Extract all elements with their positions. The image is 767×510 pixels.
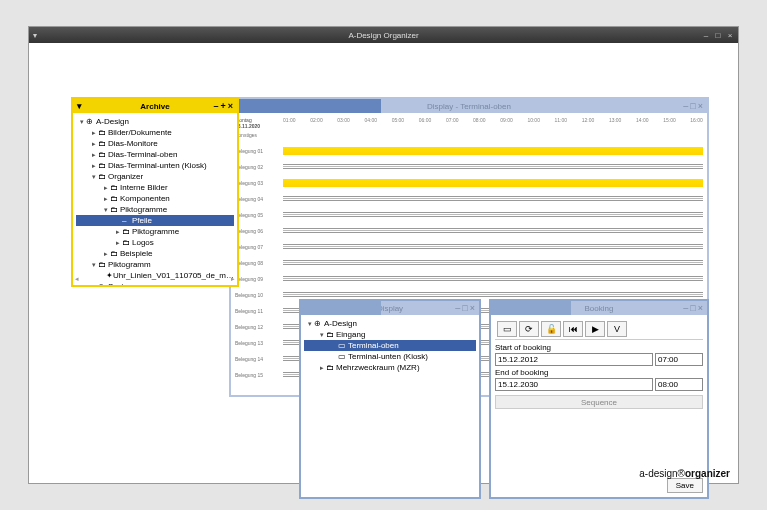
tree-row[interactable]: ▸🗀Komponenten bbox=[76, 193, 234, 204]
toolbar-button-5[interactable]: V bbox=[607, 321, 627, 337]
tree-row[interactable]: ▸🗀Dias-Terminal-oben bbox=[76, 149, 234, 160]
tree-row[interactable]: ▭Terminal-unten (Kiosk) bbox=[304, 351, 476, 362]
tree-row[interactable]: –Pfeile bbox=[76, 215, 234, 226]
display-terminal-tab[interactable] bbox=[231, 99, 381, 113]
panel-maximize-icon[interactable]: □ bbox=[462, 304, 467, 313]
window-close-icon[interactable]: × bbox=[726, 31, 734, 40]
toolbar-button-0[interactable]: ▭ bbox=[497, 321, 517, 337]
booking-form: Start of booking End of booking S bbox=[495, 343, 703, 409]
start-time-input[interactable] bbox=[655, 353, 703, 366]
toolbar-button-4[interactable]: ▶ bbox=[585, 321, 605, 337]
panel-minimize-icon[interactable]: – bbox=[455, 304, 460, 313]
booking-toolbar: ▭⟳🔓⏮▶V bbox=[495, 319, 703, 340]
panel-minimize-icon[interactable]: – bbox=[683, 102, 688, 111]
window-title: A-Design Organizer bbox=[348, 31, 418, 40]
tree-row[interactable]: ▸🗀Bilder/Dokumente bbox=[76, 127, 234, 138]
app-window: ▾ A-Design Organizer – □ × Display - Ter… bbox=[28, 26, 739, 484]
end-date-input[interactable] bbox=[495, 378, 653, 391]
terminal-row[interactable]: Belegung 06 bbox=[235, 225, 703, 237]
terminal-row[interactable]: Belegung 02 bbox=[235, 161, 703, 173]
panel-maximize-icon[interactable]: □ bbox=[690, 304, 695, 313]
tree-row[interactable]: ▾🗀Piktogramm bbox=[76, 259, 234, 270]
scrollbar[interactable]: ◂▸ bbox=[73, 275, 237, 285]
terminal-row[interactable]: Sonstiges bbox=[235, 129, 703, 141]
window-maximize-icon[interactable]: □ bbox=[714, 31, 722, 40]
display-terminal-title[interactable]: Display - Terminal-oben – □ × bbox=[231, 99, 707, 113]
tree-row[interactable]: ▸🗀Dias-Terminal-unten (Kiosk) bbox=[76, 160, 234, 171]
display-tree[interactable]: ▾⊕A-Design▾🗀Eingang▭Terminal-oben▭Termin… bbox=[304, 318, 476, 373]
panel-close-icon[interactable]: × bbox=[698, 102, 703, 111]
terminal-row[interactable]: Belegung 07 bbox=[235, 241, 703, 253]
save-button[interactable]: Save bbox=[667, 478, 703, 493]
footer-brand: a-design®organizer bbox=[639, 468, 730, 479]
toolbar-button-3[interactable]: ⏮ bbox=[563, 321, 583, 337]
tree-row[interactable]: ▾🗀Eingang bbox=[304, 329, 476, 340]
terminal-row[interactable]: Belegung 04 bbox=[235, 193, 703, 205]
terminal-row[interactable]: Belegung 05 bbox=[235, 209, 703, 221]
terminal-row[interactable]: Belegung 03 bbox=[235, 177, 703, 189]
display-tab[interactable] bbox=[301, 301, 381, 315]
tree-row[interactable]: ▸🗀Beispiele bbox=[76, 248, 234, 259]
toolbar-button-1[interactable]: ⟳ bbox=[519, 321, 539, 337]
toolbar-button-2[interactable]: 🔓 bbox=[541, 321, 561, 337]
tree-row[interactable]: ▸🗀Dias-Monitore bbox=[76, 138, 234, 149]
workspace: Display - Terminal-oben – □ × Montag 18.… bbox=[29, 43, 738, 483]
panel-close-icon[interactable]: × bbox=[698, 304, 703, 313]
display-title[interactable]: Display – □ × bbox=[301, 301, 479, 315]
panel-minimize-icon[interactable]: – bbox=[683, 304, 688, 313]
end-of-booking-label: End of booking bbox=[495, 368, 703, 377]
tree-row[interactable]: ▾🗀Organizer bbox=[76, 171, 234, 182]
window-menu-icon[interactable]: ▾ bbox=[33, 31, 37, 40]
booking-tab[interactable] bbox=[491, 301, 571, 315]
start-of-booking-label: Start of booking bbox=[495, 343, 703, 352]
terminal-row[interactable]: Belegung 09 bbox=[235, 273, 703, 285]
tree-row[interactable]: ▾🗀Piktogramme bbox=[76, 204, 234, 215]
tree-row[interactable]: ▾⊕A-Design bbox=[76, 116, 234, 127]
tree-row[interactable]: ▾⊕A-Design bbox=[304, 318, 476, 329]
panel-minimize-icon[interactable]: – bbox=[213, 102, 218, 111]
end-time-input[interactable] bbox=[655, 378, 703, 391]
terminal-row[interactable]: Belegung 08 bbox=[235, 257, 703, 269]
archive-title[interactable]: ▾ Archive – + × bbox=[73, 99, 237, 113]
terminal-hours: 01:0002:0003:0004:0005:0006:0007:0008:00… bbox=[283, 117, 703, 123]
display-panel: Display – □ × ▾⊕A-Design▾🗀Eingang▭Termin… bbox=[299, 299, 481, 499]
panel-add-icon[interactable]: + bbox=[220, 102, 225, 111]
panel-maximize-icon[interactable]: □ bbox=[690, 102, 695, 111]
tree-row[interactable]: ▸🗀Mehrzweckraum (MZR) bbox=[304, 362, 476, 373]
archive-panel: ▾ Archive – + × ▾⊕A-Design▸🗀Bilder/Dokum… bbox=[71, 97, 239, 287]
panel-close-icon[interactable]: × bbox=[228, 102, 233, 111]
booking-title[interactable]: Booking – □ × bbox=[491, 301, 707, 315]
tree-row[interactable]: ▭Terminal-oben bbox=[304, 340, 476, 351]
panel-close-icon[interactable]: × bbox=[470, 304, 475, 313]
archive-tree[interactable]: ▾⊕A-Design▸🗀Bilder/Dokumente▸🗀Dias-Monit… bbox=[76, 116, 234, 285]
titlebar: ▾ A-Design Organizer – □ × bbox=[29, 27, 738, 43]
start-date-input[interactable] bbox=[495, 353, 653, 366]
window-minimize-icon[interactable]: – bbox=[702, 31, 710, 40]
sequence-button[interactable]: Sequence bbox=[495, 395, 703, 409]
panel-collapse-icon[interactable]: ▾ bbox=[77, 102, 82, 111]
tree-row[interactable]: ▸🗀Logos bbox=[76, 237, 234, 248]
tree-row[interactable]: ▸🗀Interne Bilder bbox=[76, 182, 234, 193]
tree-row[interactable]: ▸🗀Piktogramme bbox=[76, 226, 234, 237]
terminal-row[interactable]: Belegung 01 bbox=[235, 145, 703, 157]
